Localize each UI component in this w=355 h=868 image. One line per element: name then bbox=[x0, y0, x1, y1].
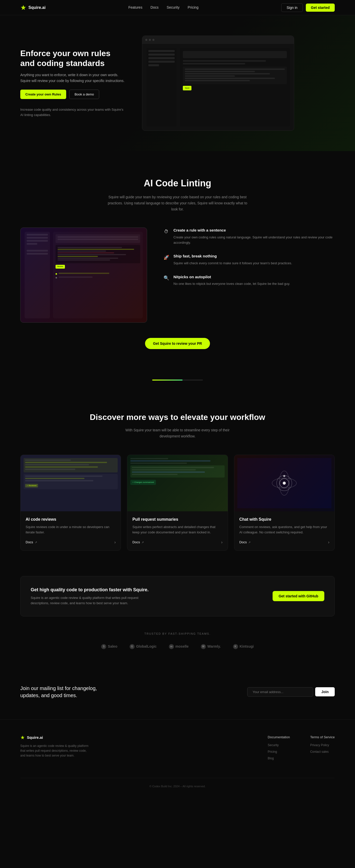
feature-desc-2: Squire will check every commit to make s… bbox=[173, 261, 292, 266]
footer-bottom: © Codex Build Inc. 2024 – All rights res… bbox=[20, 778, 335, 788]
feature-item-3: 🔍 Nitpicks on autopilot No one likes to … bbox=[162, 274, 335, 287]
trusted-section: TRUSTED BY FAST-SHIPPING TEAMS. S Saleo … bbox=[0, 616, 355, 664]
sidebar-item-4 bbox=[148, 61, 175, 63]
card-link-text-pr: Docs bbox=[132, 540, 140, 545]
external-link-icon-2: ↗ bbox=[141, 540, 144, 545]
feature-text-1: Create a rule with a sentence Create you… bbox=[173, 227, 335, 245]
github-button[interactable]: Get started with GitHub bbox=[273, 591, 324, 601]
card-desc-chat: Comment on reviews, ask questions, and g… bbox=[239, 525, 329, 535]
nav-logo[interactable]: Squire.ai bbox=[20, 5, 46, 11]
footer-logo-text: Squire.ai bbox=[27, 735, 43, 741]
card-image-pr: + Changes summarized bbox=[127, 455, 227, 511]
linting-cta: Get Squire to review your PR bbox=[20, 338, 335, 349]
footer-link-privacy[interactable]: Privacy Policy bbox=[310, 743, 335, 747]
warmly-text: Warmly. bbox=[207, 644, 221, 649]
linting-sidebar-4 bbox=[27, 243, 37, 245]
footer-link-security[interactable]: Security bbox=[268, 743, 290, 747]
linting-code-7 bbox=[58, 258, 118, 259]
svg-marker-0 bbox=[21, 5, 26, 10]
join-button[interactable]: Join bbox=[315, 687, 335, 696]
hero-description: Anything you want to enforce, write it d… bbox=[20, 72, 127, 84]
footer: Squire.ai Squire is an agentic code revi… bbox=[0, 719, 355, 799]
code-line-2 bbox=[185, 71, 255, 72]
footer-top: Squire.ai Squire is an agentic code revi… bbox=[20, 735, 335, 763]
hero-subtext: Increase code quality and consistency ac… bbox=[20, 107, 127, 118]
code-line-6 bbox=[185, 80, 250, 81]
footer-col1-heading: Documentation bbox=[268, 735, 290, 740]
sidebar-item-3 bbox=[148, 57, 175, 59]
mockup-main-area: Save bbox=[180, 48, 290, 126]
linting-code-8 bbox=[58, 259, 110, 260]
logo-warmly: W Warmly. bbox=[201, 644, 221, 649]
feature-title-1: Create a rule with a sentence bbox=[173, 227, 335, 233]
cta-banner-desc: Squire is an agentic code review & quali… bbox=[31, 595, 152, 606]
cards-grid: ✓ Reviewed AI code reviews Squire review… bbox=[20, 455, 335, 551]
card-body-pr: Pull request summaries Squire writes per… bbox=[127, 511, 227, 550]
svg-marker-7 bbox=[21, 736, 25, 739]
cta-banner-text: Get high quality code to production fast… bbox=[31, 586, 152, 606]
card-link-chat[interactable]: Docs ↗ › bbox=[239, 539, 329, 545]
card-image-ai-reviews: ✓ Reviewed bbox=[21, 455, 121, 511]
nav-link-features[interactable]: Features bbox=[128, 5, 142, 10]
copyright-text: © Codex Build Inc. 2024 – All rights res… bbox=[149, 785, 206, 788]
card-link-ai-reviews[interactable]: Docs ↗ › bbox=[26, 539, 116, 545]
footer-links: Documentation Security Pricing Blog Term… bbox=[112, 735, 335, 763]
card-desc-ai-reviews: Squire reviews code in under a minute so… bbox=[26, 525, 116, 535]
footer-logo: Squire.ai bbox=[20, 735, 91, 741]
linting-sidebar-3 bbox=[27, 240, 48, 242]
sidebar-item-5 bbox=[148, 64, 159, 66]
linting-main: Review bbox=[53, 232, 143, 318]
email-input[interactable] bbox=[247, 687, 313, 696]
card-link-pr[interactable]: Docs ↗ › bbox=[132, 539, 222, 545]
progress-bar bbox=[152, 379, 203, 380]
progress-fill bbox=[152, 379, 183, 380]
linting-image: Review bbox=[20, 227, 147, 323]
nav-link-pricing[interactable]: Pricing bbox=[188, 5, 199, 10]
nav-link-security[interactable]: Security bbox=[167, 5, 180, 10]
footer-link-contact[interactable]: Contact sales bbox=[310, 749, 335, 754]
moselle-icon: m bbox=[169, 644, 174, 649]
review-pr-button[interactable]: Get Squire to review your PR bbox=[145, 338, 210, 349]
feature-item-1: ⏱ Create a rule with a sentence Create y… bbox=[162, 227, 335, 245]
svg-point-5 bbox=[283, 475, 285, 477]
sidebar-item-2 bbox=[148, 54, 175, 56]
footer-link-blog[interactable]: Blog bbox=[268, 756, 290, 761]
linting-result-1 bbox=[59, 273, 109, 274]
mailing-form: Join bbox=[247, 687, 335, 696]
linting-code-5 bbox=[58, 254, 126, 255]
create-rules-button[interactable]: Create your own Rules bbox=[20, 90, 66, 99]
linting-code-6 bbox=[58, 256, 98, 257]
kintsugi-icon: K bbox=[233, 644, 238, 649]
mockup-dot-1 bbox=[145, 39, 147, 41]
book-demo-button[interactable]: Book a demo bbox=[69, 90, 99, 99]
card-image-chat bbox=[234, 455, 334, 511]
discover-subtitle: With Squire your team will be able to st… bbox=[117, 427, 238, 439]
nav-link-docs[interactable]: Docs bbox=[150, 5, 158, 10]
discover-header: Discover more ways to elevate your workf… bbox=[20, 411, 335, 439]
linting-text-1 bbox=[58, 236, 138, 238]
linting-result-2 bbox=[59, 276, 93, 278]
mockup-sidebar bbox=[146, 48, 177, 126]
rocket-icon: 🚀 bbox=[162, 253, 170, 261]
arrow-right-icon-3: › bbox=[328, 539, 329, 545]
nav-links: Features Docs Security Pricing bbox=[128, 5, 199, 10]
hero-section: Enforce your own rules and coding standa… bbox=[0, 15, 355, 151]
linting-code-3 bbox=[58, 251, 106, 252]
footer-brand-desc: Squire is an agentic code review & quali… bbox=[20, 744, 91, 758]
card-chat: Chat with Squire Comment on reviews, ask… bbox=[234, 455, 335, 551]
signin-button[interactable]: Sign in bbox=[281, 3, 303, 12]
feature-text-2: Ship fast, break nothing Squire will che… bbox=[173, 253, 292, 266]
linting-mockup-inner: Review bbox=[21, 228, 147, 322]
linting-title: AI Code Linting bbox=[20, 177, 335, 190]
mockup-body: Save bbox=[142, 44, 294, 130]
card-mockup-chat bbox=[234, 455, 334, 511]
get-started-button[interactable]: Get started bbox=[306, 4, 335, 12]
feature-title-3: Nitpicks on autopilot bbox=[173, 274, 290, 280]
footer-col-2: Terms of Service Privacy Policy Contact … bbox=[310, 735, 335, 763]
linting-subtitle: Squire will guide your team by reviewing… bbox=[106, 194, 248, 212]
footer-link-pricing[interactable]: Pricing bbox=[268, 749, 290, 754]
card-mockup-ai: ✓ Reviewed bbox=[21, 455, 121, 511]
card-title-pr: Pull request summaries bbox=[132, 516, 222, 523]
sidebar-item-1 bbox=[148, 50, 175, 52]
linting-sidebar-2 bbox=[27, 237, 48, 239]
